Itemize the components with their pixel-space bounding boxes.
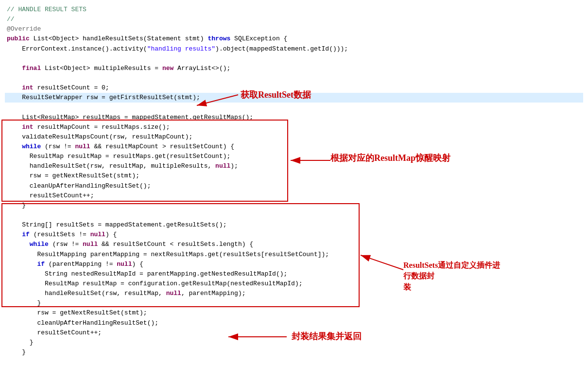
page-container: // HANDLE RESULT SETS // @Override publi… [0,0,588,365]
code-line-16: ResultMap resultMap = resultMaps.get(res… [5,152,583,161]
annotation-result-map: 根据对应的ResultMap惊醒映射 [330,152,450,164]
code-line-1: // HANDLE RESULT SETS [5,5,583,15]
code-line-13: int resultMapCount = resultMaps.size(); [5,122,583,132]
code-line-19: cleanUpAfterHandlingResultSet(); [5,181,583,191]
code-line-18: rsw = getNextResultSet(stmt); [5,171,583,181]
code-line-31: } [5,298,583,308]
code-block: // HANDLE RESULT SETS // @Override publi… [5,5,583,365]
code-line-12: List<ResultMap> resultMaps = mappedState… [5,113,583,122]
code-line-26: ResultMapping parentMapping = nextResult… [5,250,583,260]
code-line-3: @Override [5,24,583,34]
code-line-37 [5,357,583,365]
code-line-8 [5,73,583,83]
code-line-23: String[] resultSets = mappedStatement.ge… [5,220,583,230]
code-line-14: validateResultMapsCount(rsw, resultMapCo… [5,132,583,142]
annotation-return: 封装结果集并返回 [292,330,362,342]
code-line-32: rsw = getNextResultSet(stmt); [5,308,583,318]
code-area: // HANDLE RESULT SETS // @Override publi… [0,5,588,365]
code-line-2: // [5,15,583,24]
code-line-11 [5,103,583,112]
code-line-15: while (rsw != null && resultMapCount > r… [5,142,583,152]
annotation-result-sets: ResultSets通过自定义插件进行数据封装 [403,260,501,293]
code-line-25: while (rsw != null && resultSetCount < r… [5,240,583,249]
code-line-5: ErrorContext.instance().activity("handli… [5,44,583,54]
code-line-17: handleResultSet(rsw, resultMap, multiple… [5,161,583,171]
code-line-4: public List<Object> handleResultSets(Sta… [5,34,583,44]
code-line-7: final List<Object> multipleResults = new… [5,64,583,73]
annotation-get-result-set: 获取ResultSet数据 [241,89,311,101]
code-line-22 [5,210,583,220]
code-line-33: cleanUpAfterHandlingResultSet(); [5,318,583,328]
code-line-24: if (resultSets != null) { [5,230,583,240]
code-line-6 [5,54,583,64]
code-line-20: resultSetCount++; [5,191,583,201]
code-line-21: } [5,201,583,210]
code-line-36: } [5,348,583,357]
